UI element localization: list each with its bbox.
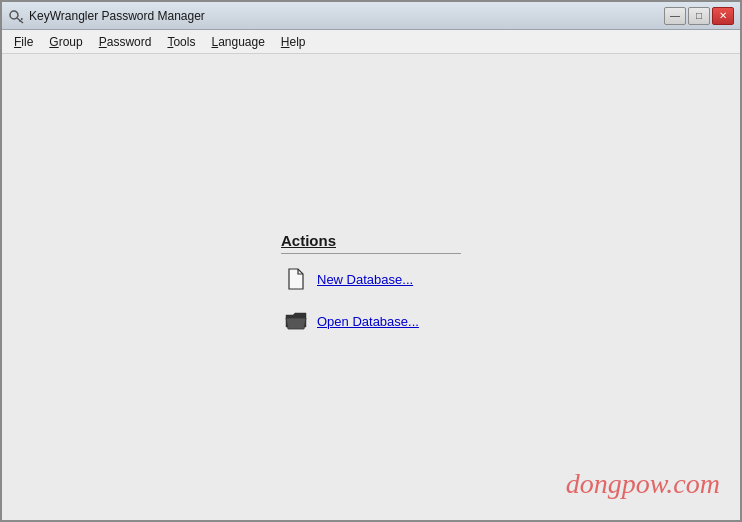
menu-language[interactable]: Language [203,33,272,51]
menu-bar: File Group Password Tools Language Help [2,30,740,54]
open-folder-icon [285,310,307,332]
title-bar: KeyWrangler Password Manager — □ ✕ [2,2,740,30]
menu-group[interactable]: Group [41,33,90,51]
title-buttons: — □ ✕ [664,7,734,25]
menu-file-label: File [14,35,33,49]
svg-point-0 [10,11,18,19]
main-window: KeyWrangler Password Manager — □ ✕ File … [0,0,742,522]
menu-group-label: Group [49,35,82,49]
menu-tools[interactable]: Tools [159,33,203,51]
main-content: Actions New Database... [2,54,740,520]
menu-tools-label: Tools [167,35,195,49]
menu-help-label: Help [281,35,306,49]
menu-language-label: Language [211,35,264,49]
close-button[interactable]: ✕ [712,7,734,25]
menu-help[interactable]: Help [273,33,314,51]
minimize-button[interactable]: — [664,7,686,25]
watermark: dongpow.com [566,468,720,500]
new-file-icon [285,268,307,290]
svg-rect-3 [21,18,23,20]
svg-rect-2 [19,20,21,22]
app-icon [8,8,24,24]
menu-password-label: Password [99,35,152,49]
maximize-button[interactable]: □ [688,7,710,25]
window-title: KeyWrangler Password Manager [29,9,205,23]
menu-password[interactable]: Password [91,33,160,51]
actions-panel: Actions New Database... [281,232,461,342]
menu-file[interactable]: File [6,33,41,51]
actions-title: Actions [281,232,461,254]
new-database-link[interactable]: New Database... [317,272,413,287]
new-database-action[interactable]: New Database... [281,258,417,300]
open-database-action[interactable]: Open Database... [281,300,423,342]
title-bar-left: KeyWrangler Password Manager [8,8,205,24]
open-database-link[interactable]: Open Database... [317,314,419,329]
